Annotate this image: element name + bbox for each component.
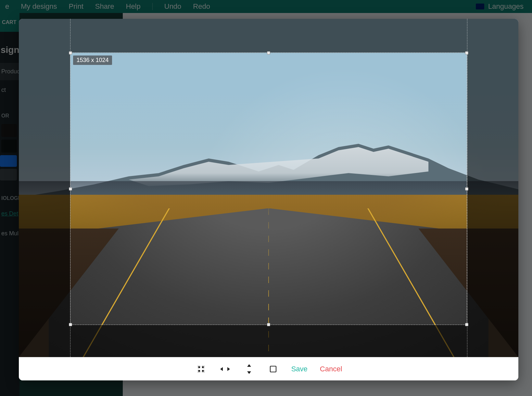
crop-toolbar: Save Cancel — [19, 357, 518, 380]
image-crop-modal: 1536 x 1024 — [19, 19, 518, 380]
svg-marker-6 — [247, 364, 251, 367]
svg-marker-7 — [247, 371, 251, 374]
crop-handle-mid-left[interactable] — [69, 187, 72, 191]
crop-handle-mid-right[interactable] — [465, 187, 468, 191]
crop-handle-bottom-mid[interactable] — [267, 323, 270, 326]
square-icon — [269, 365, 277, 373]
crop-dimensions-badge: 1536 x 1024 — [73, 56, 112, 65]
crop-canvas[interactable]: 1536 x 1024 — [19, 19, 518, 357]
flip-horizontal-button[interactable] — [218, 362, 232, 376]
fit-to-screen-button[interactable] — [194, 362, 208, 376]
crop-handle-bottom-left[interactable] — [69, 323, 72, 326]
crop-mask — [19, 19, 518, 53]
aspect-ratio-button[interactable] — [266, 362, 280, 376]
cancel-button[interactable]: Cancel — [319, 363, 343, 375]
crop-mask — [19, 53, 70, 325]
svg-rect-8 — [270, 366, 276, 372]
crop-handle-bottom-right[interactable] — [465, 323, 468, 326]
crop-handle-top-mid[interactable] — [267, 51, 270, 55]
crop-frame[interactable]: 1536 x 1024 — [70, 53, 467, 325]
svg-marker-5 — [227, 367, 230, 371]
flip-vertical-button[interactable] — [242, 362, 256, 376]
crop-mask — [19, 325, 518, 357]
crop-handle-top-right[interactable] — [465, 51, 468, 55]
arrows-in-icon — [197, 365, 205, 373]
crop-mask — [467, 53, 518, 325]
arrows-vertical-icon — [246, 364, 252, 374]
arrows-horizontal-icon — [220, 366, 230, 372]
svg-marker-4 — [220, 367, 223, 371]
crop-handle-top-left[interactable] — [69, 51, 72, 55]
save-button[interactable]: Save — [290, 363, 309, 375]
